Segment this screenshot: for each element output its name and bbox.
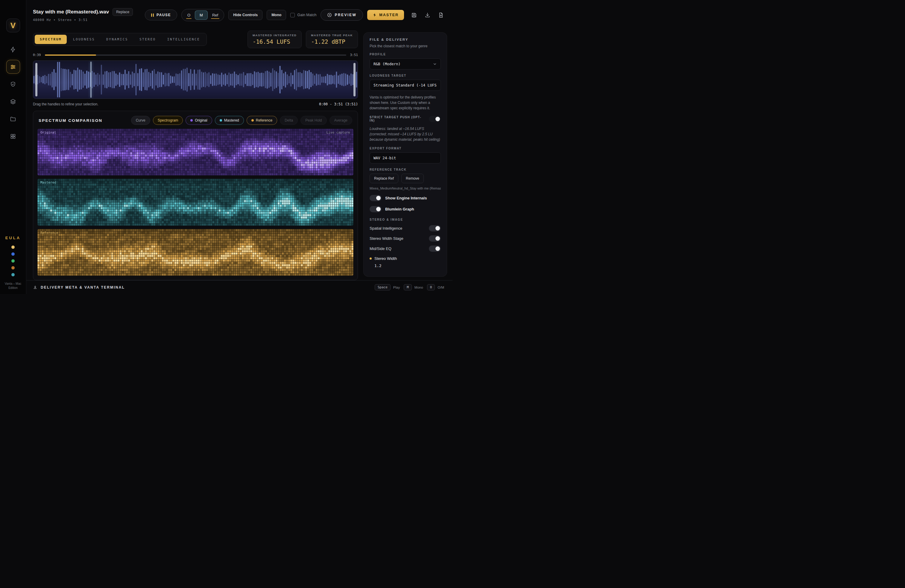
toggle-knob: [435, 117, 440, 121]
monitor-original-button[interactable]: O: [183, 11, 195, 20]
play-circle-icon: [327, 13, 332, 17]
spectrum-comparison-card: SPECTRUM COMPARISON Curve Spectrogram Or…: [33, 111, 358, 280]
center-column: Stay with me (Remastered).wav Replace 48…: [26, 0, 452, 294]
export-format-select[interactable]: WAV 24-bit: [370, 153, 441, 164]
spectrogram-view-button[interactable]: Spectrogram: [153, 116, 183, 125]
mastered-dot: [220, 119, 222, 122]
mastered-integrated-metric: MASTERED INTEGRATED -16.54 LUFS: [248, 30, 302, 48]
seek-bar[interactable]: [45, 54, 346, 56]
selection-range: 0:00 - 3:51 (3:51): [319, 102, 358, 106]
export-format-label: EXPORT FORMAT: [370, 147, 441, 150]
shortcut-action-play: Play: [393, 286, 400, 289]
sidebar-item-integrity[interactable]: [6, 77, 20, 91]
bottom-bar: DELIVERY META & VANTA TERMINAL Space Pla…: [26, 280, 452, 294]
save-icon: [411, 12, 417, 18]
reference-layer-label: Reference: [256, 118, 272, 122]
stereo-width-value[interactable]: 1.2: [375, 264, 441, 268]
pause-button[interactable]: PAUSE: [145, 10, 177, 21]
mono-button[interactable]: Mono: [267, 10, 286, 20]
pause-icon: [151, 13, 154, 17]
delivery-meta-terminal-label: DELIVERY META & VANTA TERMINAL: [41, 285, 125, 289]
loudness-target-value: Streaming Standard (-14 LUFS: [373, 83, 437, 87]
report-button[interactable]: [437, 11, 445, 19]
eula-link[interactable]: EULA: [5, 236, 21, 240]
download-icon: [425, 12, 430, 18]
stereo-image-section-label: STEREO & IMAGE: [370, 218, 441, 221]
monitor-reference-button[interactable]: Ref: [208, 11, 223, 20]
mid-side-eq-toggle[interactable]: [429, 245, 441, 252]
file-delivery-card: FILE & DELIVERY Pick the closest match t…: [363, 32, 447, 277]
shortcut-key-m: M: [404, 284, 412, 291]
gain-match-checkbox[interactable]: [290, 13, 295, 17]
sidebar-item-layers[interactable]: [6, 95, 20, 108]
mastered-layer-toggle[interactable]: Mastered: [215, 116, 244, 125]
sidebar-nav: [6, 43, 20, 143]
profile-select[interactable]: R&B (Modern): [370, 58, 441, 70]
track-info: Stay with me (Remastered).wav Replace 48…: [33, 8, 141, 22]
save-button[interactable]: [410, 11, 418, 19]
tab-intelligence[interactable]: INTELLIGENCE: [162, 35, 205, 44]
reference-layer-toggle[interactable]: Reference: [247, 116, 277, 125]
top-bar: Stay with me (Remastered).wav Replace 48…: [26, 0, 452, 28]
delivery-meta-terminal-toggle[interactable]: DELIVERY META & VANTA TERMINAL: [33, 285, 125, 289]
sidebar-item-controls[interactable]: [6, 60, 20, 74]
toggle-knob: [376, 196, 381, 200]
preview-button[interactable]: PREVIEW: [321, 9, 363, 21]
replace-track-button[interactable]: Replace: [113, 8, 133, 16]
export-button[interactable]: [423, 11, 432, 19]
original-dot: [191, 119, 193, 122]
download-tray-icon: [33, 285, 37, 289]
palette-dot[interactable]: [11, 273, 15, 277]
sliders-icon: [10, 64, 16, 70]
live-capture-label: Live capture: [327, 130, 350, 134]
remove-ref-button[interactable]: Remove: [401, 174, 424, 183]
tab-loudness[interactable]: LOUDNESS: [68, 35, 100, 44]
spectrogram-mastered-label: Mastered: [40, 181, 56, 184]
tab-stereo[interactable]: STEREO: [134, 35, 161, 44]
tab-spectrum[interactable]: SPECTRUM: [35, 35, 67, 44]
gain-match-control[interactable]: Gain Match: [290, 13, 316, 17]
monitor-mastered-button[interactable]: M: [195, 11, 208, 20]
file-delivery-panel: FILE & DELIVERY Pick the closest match t…: [363, 28, 452, 280]
original-layer-label: Original: [195, 118, 207, 122]
curve-view-button[interactable]: Curve: [131, 116, 150, 125]
playback-timeline: 0:39 3:51: [33, 53, 358, 57]
logo-letter: V: [11, 21, 16, 30]
sidebar-item-master[interactable]: [6, 43, 20, 56]
mid-side-eq-row: Mid/Side EQ: [370, 245, 441, 252]
loudness-target-select[interactable]: Streaming Standard (-14 LUFS: [370, 79, 441, 91]
engine-internals-row: Show Engine Internals: [370, 195, 441, 201]
spatial-intelligence-toggle[interactable]: [429, 225, 441, 231]
gain-match-label: Gain Match: [297, 13, 316, 17]
strict-target-toggle[interactable]: [429, 116, 441, 122]
folder-icon: [10, 116, 16, 122]
palette-dot[interactable]: [11, 245, 15, 249]
track-title: Stay with me (Remastered).wav: [33, 9, 109, 15]
waveform-canvas: [33, 61, 358, 99]
blumlein-graph-toggle[interactable]: [370, 206, 381, 212]
waveform-display[interactable]: [33, 60, 358, 99]
master-button[interactable]: MASTER: [367, 10, 404, 20]
show-engine-internals-toggle[interactable]: [370, 195, 381, 201]
toggle-knob: [435, 236, 440, 241]
palette-dot[interactable]: [11, 259, 15, 262]
reference-track-actions: Replace Ref Remove: [370, 174, 441, 183]
hide-controls-button[interactable]: Hide Controls: [229, 10, 262, 20]
mid-side-eq-label: Mid/Side EQ: [370, 246, 391, 251]
vanta-logo[interactable]: V: [6, 19, 20, 32]
selection-handle-right[interactable]: [353, 63, 356, 96]
shortcut-key-space: Space: [375, 284, 391, 291]
palette-dot[interactable]: [11, 266, 15, 269]
layers-icon: [10, 99, 16, 105]
track-format-info: 48000 Hz • Stereo • 3:51: [33, 18, 141, 22]
original-layer-toggle[interactable]: Original: [186, 116, 212, 125]
sidebar-item-files[interactable]: [6, 112, 20, 126]
selection-hint: Drag the handles to refine your selectio…: [33, 102, 98, 106]
palette-dot[interactable]: [11, 253, 15, 256]
selection-handle-left[interactable]: [35, 63, 37, 96]
replace-ref-button[interactable]: Replace Ref: [370, 174, 399, 183]
stereo-width-stage-toggle[interactable]: [429, 235, 441, 242]
sidebar-item-apps[interactable]: [6, 129, 20, 143]
peak-hold-button: Peak Hold: [300, 116, 327, 125]
tab-dynamics[interactable]: DYNAMICS: [101, 35, 133, 44]
